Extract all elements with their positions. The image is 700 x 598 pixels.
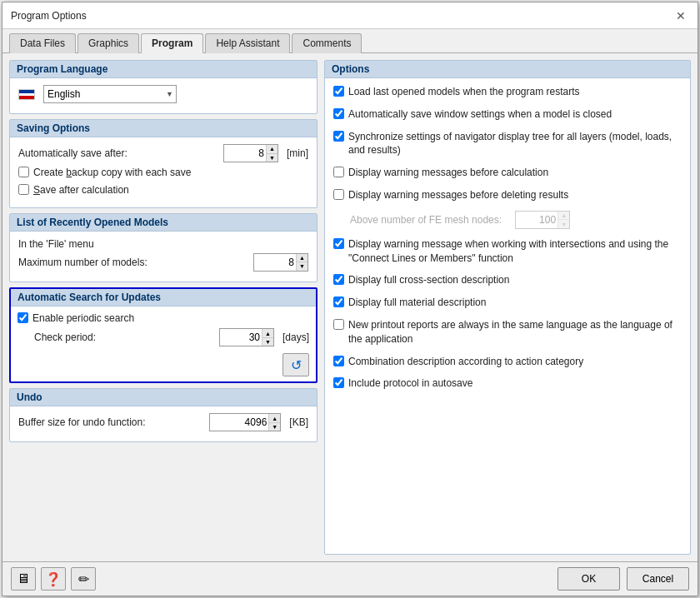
opt1-label[interactable]: Load last opened models when the program… (348, 85, 580, 99)
check-period-unit: [days] (282, 331, 309, 343)
buffer-spinners: ▲ ▼ (268, 414, 280, 431)
check-period-up[interactable]: ▲ (262, 329, 273, 338)
buffer-input[interactable]: ▲ ▼ (209, 413, 281, 431)
max-models-up[interactable]: ▲ (297, 254, 308, 263)
opt5-row: Display warning messages before deleting… (333, 188, 682, 202)
tab-graphics[interactable]: Graphics (78, 33, 139, 53)
max-models-spinners: ▲ ▼ (296, 254, 308, 271)
tab-comments[interactable]: Comments (292, 33, 362, 53)
file-menu-label: In the 'File' menu (18, 238, 94, 250)
opt11-checkbox[interactable] (333, 377, 344, 388)
auto-save-value[interactable] (224, 145, 266, 162)
opt4-label[interactable]: Display warning messages before calculat… (348, 166, 548, 180)
opt8-label[interactable]: Display full material description (348, 296, 486, 310)
bottom-actions: OK Cancel (558, 567, 689, 591)
refresh-button[interactable]: ↺ (282, 353, 309, 376)
check-period-value[interactable] (220, 329, 262, 346)
opt1-checkbox[interactable] (333, 86, 344, 97)
enable-search-label[interactable]: Enable periodic search (32, 311, 134, 326)
program-language-body: English (10, 78, 317, 113)
buffer-value[interactable] (210, 414, 268, 431)
opt8-checkbox[interactable] (333, 297, 344, 307)
check-period-spinners: ▲ ▼ (262, 329, 273, 346)
auto-save-input[interactable]: ▲ ▼ (223, 144, 278, 162)
fe-mesh-up[interactable]: ▲ (558, 212, 569, 221)
opt9-label[interactable]: New printout reports are always in the s… (348, 318, 682, 346)
saving-options-section: Saving Options Automatically save after:… (9, 119, 318, 208)
buffer-up[interactable]: ▲ (269, 414, 280, 423)
opt10-row: Combination description according to act… (333, 355, 682, 369)
title-bar: Program Options ✕ (2, 2, 698, 29)
opt8-row: Display full material description (333, 296, 682, 310)
opt7-row: Display full cross-section description (333, 273, 682, 287)
buffer-row: Buffer size for undo function: ▲ ▼ [KB] (18, 413, 308, 431)
fe-mesh-value[interactable] (516, 212, 558, 228)
buffer-down[interactable]: ▼ (269, 423, 280, 431)
save-after-calc-label[interactable]: Save after calculation (33, 183, 129, 197)
opt3-checkbox[interactable] (333, 131, 344, 142)
opt11-label[interactable]: Include protocol in autosave (348, 376, 472, 391)
auto-save-unit: [min] (287, 147, 308, 159)
saving-options-body: Automatically save after: ▲ ▼ [min] (10, 137, 317, 207)
language-select-container[interactable]: English (43, 85, 177, 103)
monitor-icon-button[interactable]: 🖥 (11, 567, 36, 591)
fe-mesh-row: Above number of FE mesh nodes: ▲ ▼ (333, 211, 682, 229)
fe-mesh-input[interactable]: ▲ ▼ (515, 211, 570, 229)
language-row: English (18, 85, 308, 103)
main-content: Program Language English Saving Options (2, 53, 698, 561)
cancel-button[interactable]: Cancel (627, 567, 689, 591)
create-backup-checkbox[interactable] (18, 167, 29, 177)
auto-search-title: Automatic Search for Updates (11, 289, 316, 306)
auto-save-down[interactable]: ▼ (267, 154, 278, 162)
opt3-label[interactable]: Synchronize settings of navigator displa… (348, 130, 682, 158)
max-models-value[interactable] (254, 254, 296, 271)
opt2-label[interactable]: Automatically save window settings when … (348, 107, 612, 122)
save-after-calc-row: Save after calculation (18, 183, 308, 197)
fe-mesh-spinners: ▲ ▼ (558, 212, 569, 228)
tab-program[interactable]: Program (141, 33, 203, 53)
close-button[interactable]: ✕ (672, 8, 689, 23)
create-backup-row: Create backup copy with each save (18, 166, 308, 180)
opt2-checkbox[interactable] (333, 108, 344, 119)
opt10-checkbox[interactable] (333, 356, 344, 366)
auto-search-section: Automatic Search for Updates Enable peri… (9, 287, 318, 384)
left-panel: Program Language English Saving Options (9, 60, 318, 555)
ok-button[interactable]: OK (558, 567, 620, 591)
program-language-section: Program Language English (9, 60, 318, 114)
language-select[interactable]: English (43, 85, 177, 103)
opt5-label[interactable]: Display warning messages before deleting… (348, 188, 568, 202)
tab-data-files[interactable]: Data Files (9, 33, 76, 53)
file-menu-row: In the 'File' menu (18, 238, 308, 250)
dialog-title: Program Options (11, 10, 87, 22)
max-models-down[interactable]: ▼ (297, 262, 308, 271)
save-after-calc-checkbox[interactable] (18, 184, 29, 195)
recent-models-title: List of Recently Opened Models (10, 214, 317, 232)
help-icon-button[interactable]: ❓ (41, 567, 66, 591)
fe-mesh-label: Above number of FE mesh nodes: (350, 214, 502, 226)
opt7-checkbox[interactable] (333, 274, 344, 285)
enable-search-checkbox[interactable] (18, 312, 28, 323)
opt6-checkbox[interactable] (333, 238, 344, 249)
opt4-checkbox[interactable] (333, 167, 344, 177)
flag-icon (18, 89, 35, 100)
tab-help-assistant[interactable]: Help Assistant (205, 33, 290, 53)
tab-bar: Data Files Graphics Program Help Assista… (2, 29, 698, 53)
check-period-down[interactable]: ▼ (262, 338, 273, 346)
edit-icon-button[interactable]: ✏ (71, 567, 96, 591)
program-language-title: Program Language (10, 61, 317, 78)
opt5-checkbox[interactable] (333, 189, 344, 200)
opt10-label[interactable]: Combination description according to act… (348, 355, 583, 369)
buffer-unit: [KB] (289, 416, 308, 428)
opt6-row: Display warning message when working wit… (333, 237, 682, 266)
opt7-label[interactable]: Display full cross-section description (348, 273, 509, 287)
recent-models-body: In the 'File' menu Maximum number of mod… (10, 232, 317, 282)
auto-save-up[interactable]: ▲ (267, 145, 278, 154)
opt9-checkbox[interactable] (333, 319, 344, 330)
fe-mesh-down[interactable]: ▼ (558, 220, 569, 228)
opt6-label[interactable]: Display warning message when working wit… (348, 237, 682, 266)
check-period-input[interactable]: ▲ ▼ (219, 328, 274, 346)
create-backup-label[interactable]: Create backup copy with each save (33, 166, 191, 180)
auto-save-label: Automatically save after: (18, 147, 128, 159)
dialog: Program Options ✕ Data Files Graphics Pr… (2, 2, 698, 596)
max-models-input[interactable]: ▲ ▼ (253, 253, 308, 272)
